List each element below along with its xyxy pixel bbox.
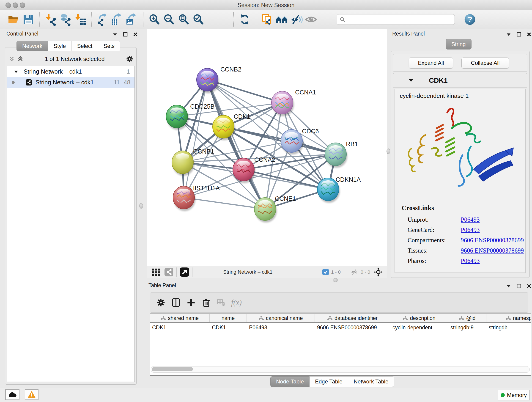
expand-all-networks-icon[interactable] [8,56,15,62]
panel-close-icon[interactable] [526,283,532,288]
network-row[interactable]: String Network – cdk1 11 48 [7,77,134,88]
panel-menu-icon[interactable] [112,32,118,37]
collapse-all-button[interactable]: Collapse All [462,57,509,69]
table-cell[interactable]: P06493 [247,323,315,332]
memory-button[interactable]: Memory [498,390,530,400]
column-header-shared-name[interactable]: shared name [150,314,210,322]
table-cell[interactable]: stringdb [486,323,531,332]
panel-float-icon[interactable] [516,32,521,37]
network-node-HIST1H1A[interactable]: HIST1H1A [173,185,220,211]
search-input[interactable] [337,14,455,25]
birdseye-view-icon[interactable] [180,268,189,277]
save-session-icon[interactable] [21,12,36,27]
network-canvas[interactable]: CCNB2CCNA1CDC25BCDK1CDC6RB1CCNB1CCNA2CDK… [147,29,387,266]
network-node-CCNB2[interactable]: CCNB2 [196,66,241,93]
collection-expand-icon[interactable] [13,69,19,74]
node-label-CDKN1A: CDKN1A [336,176,361,183]
column-header-name[interactable]: name [210,314,247,322]
results-panel-tabs: String [446,39,472,50]
grid-view-icon[interactable] [152,268,160,276]
delete-column-trash-icon[interactable] [199,295,214,310]
network-node-RB1[interactable]: RB1 [325,141,358,168]
tab-select[interactable]: Select [71,41,98,51]
table-cell[interactable]: 9606.ENSP00000378699 [315,323,390,332]
zoom-fit-icon[interactable] [177,12,191,27]
column-header-description[interactable]: description [390,314,448,322]
cloud-status-button[interactable] [5,389,19,400]
network-options-gear-icon[interactable] [126,55,134,63]
crosslink-link[interactable]: 9606.ENSP00000378699 [461,247,524,254]
network-node-CDKN1A[interactable]: CDKN1A [317,176,361,203]
crosslink-link[interactable]: P06493 [461,257,480,264]
import-table-file-icon[interactable] [73,12,88,27]
expand-all-button[interactable]: Expand All [409,57,453,69]
hidden-items-icon[interactable] [351,268,358,276]
tab-style[interactable]: Style [48,41,71,51]
crosslink-link[interactable]: 9606.ENSP00000378699 [461,237,524,244]
table-cell[interactable]: stringdb:9... [448,323,486,332]
zoom-in-icon[interactable] [147,12,162,27]
show-columns-icon[interactable] [168,295,184,310]
panel-float-icon[interactable] [516,283,521,288]
table-cell[interactable]: CDK1 [150,323,210,332]
zoom-selected-icon[interactable] [191,12,206,27]
clone-network-icon[interactable] [260,12,274,27]
column-header-namespace[interactable]: namespace [486,314,531,322]
panel-menu-icon[interactable] [506,283,511,289]
table-options-gear-icon[interactable] [153,295,168,310]
create-column-plus-icon[interactable] [184,295,199,310]
import-network-database-icon[interactable] [58,12,73,27]
first-neighbors-icon[interactable] [274,12,289,27]
import-network-file-icon[interactable] [44,12,58,27]
column-header--id[interactable]: @id [448,314,486,322]
fit-selected-crosshair-icon[interactable] [374,267,383,277]
section-collapse-icon[interactable] [408,78,414,83]
column-header-canonical-name[interactable]: canonical name [247,314,315,322]
network-node-CCNA1[interactable]: CCNA1 [272,89,316,116]
node-label-CCNA1: CCNA1 [295,89,316,96]
help-button[interactable]: ? [464,13,476,26]
open-session-icon[interactable] [6,12,21,27]
network-node-CCNE1[interactable]: CCNE1 [254,195,296,223]
table-cell[interactable]: cyclin-dependent ... [390,323,448,332]
network-share-icon[interactable] [165,268,173,276]
tab-string[interactable]: String [446,39,472,50]
table-row[interactable]: CDK1CDK1P064939606.ENSP00000378699cyclin… [150,323,531,332]
left-splitter-handle[interactable] [139,203,143,209]
panel-close-icon[interactable] [526,32,532,37]
network-node-CCNA2[interactable]: CCNA2 [233,156,275,183]
collapse-all-networks-icon[interactable] [17,56,24,62]
selected-nodes-checkbox-icon[interactable] [322,269,329,275]
export-network-icon[interactable] [95,12,110,27]
table-cell[interactable]: CDK1 [210,323,247,332]
horizontal-scrollbar[interactable] [151,366,530,373]
network-node-CDK1[interactable]: CDK1 [213,113,250,140]
refresh-view-icon[interactable] [237,12,252,27]
network-collection-row[interactable]: String Network – cdk1 1 [7,66,134,77]
export-table-icon[interactable] [110,12,125,27]
show-all-icon[interactable] [304,12,318,27]
hide-selected-icon[interactable] [289,12,304,27]
gene-section-header[interactable]: CDK1 [393,73,527,88]
crosslinks-title: CrossLinks [402,204,434,212]
tab-network-table[interactable]: Network Table [348,376,394,387]
panel-menu-icon[interactable] [506,32,511,37]
export-image-icon[interactable] [125,12,139,27]
crosslink-link[interactable]: P06493 [461,216,480,223]
tab-sets[interactable]: Sets [98,41,120,51]
network-graph[interactable]: CCNB2CCNA1CDC25BCDK1CDC6RB1CCNB1CCNA2CDK… [147,29,387,266]
tab-network[interactable]: Network [17,41,48,51]
network-node-CCNB1[interactable]: CCNB1 [172,148,214,176]
network-node-CDC25B[interactable]: CDC25B [166,103,215,130]
tab-node-table[interactable]: Node Table [270,376,310,387]
scrollbar-thumb[interactable] [152,367,193,371]
zoom-out-icon[interactable] [162,12,177,27]
panel-close-icon[interactable] [133,32,138,37]
crosslink-link[interactable]: P06493 [461,226,480,234]
column-header-database-identifier[interactable]: database identifier [315,314,390,322]
panel-float-icon[interactable] [123,32,128,37]
crosslink-label: Compartments: [408,237,461,244]
warning-status-button[interactable] [25,389,38,400]
network-edge-HIST1H1A-CCNE1[interactable] [184,198,265,209]
tab-edge-table[interactable]: Edge Table [310,376,348,387]
